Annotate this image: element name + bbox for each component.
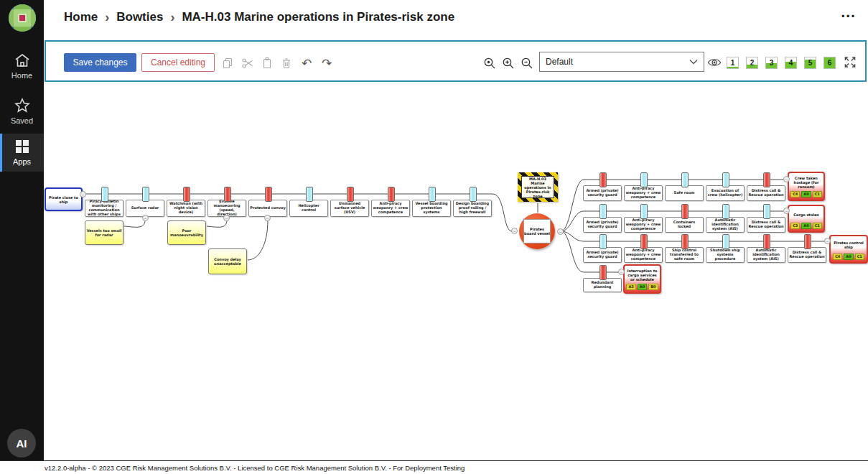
breadcrumb-home[interactable]: Home bbox=[64, 10, 98, 24]
barrier-box[interactable]: Automatic identification system (AIS) bbox=[747, 247, 785, 263]
barrier-box[interactable]: Armed (private) security guard bbox=[583, 217, 622, 233]
barrier-indicator[interactable] bbox=[640, 204, 648, 219]
barrier-box[interactable]: Containers locked bbox=[665, 217, 704, 233]
barrier-indicator[interactable] bbox=[681, 204, 689, 219]
undo-icon[interactable]: ↶ bbox=[299, 56, 314, 70]
app-logo[interactable] bbox=[0, 4, 44, 34]
level-5-button[interactable]: 5 bbox=[804, 57, 816, 69]
cancel-editing-button[interactable]: Cancel editing bbox=[141, 53, 215, 72]
barrier-indicator[interactable] bbox=[640, 172, 648, 187]
escalation-factor-box[interactable]: Convoy delay unacceptable bbox=[208, 248, 247, 274]
barrier-indicator[interactable] bbox=[142, 187, 149, 202]
barrier-box[interactable]: Armed (private) security guard bbox=[583, 247, 622, 263]
barrier-indicator[interactable] bbox=[722, 204, 729, 219]
save-changes-button[interactable]: Save changes bbox=[64, 53, 136, 72]
zoom-reset-icon[interactable] bbox=[482, 56, 497, 70]
barrier-box[interactable]: Armed (private) security guard bbox=[583, 185, 622, 201]
barrier-box[interactable]: Safe room bbox=[665, 185, 704, 201]
barrier-indicator[interactable] bbox=[470, 187, 477, 202]
level-3-button[interactable]: 3 bbox=[765, 57, 778, 69]
barrier-indicator[interactable] bbox=[347, 187, 354, 202]
barrier-box[interactable]: Design boarding proof railing / high fre… bbox=[453, 200, 492, 217]
barrier-box[interactable]: Distress call & Rescue operation bbox=[747, 217, 785, 233]
redo-icon[interactable]: ↷ bbox=[319, 56, 334, 70]
ai-avatar-button[interactable]: AI bbox=[7, 429, 36, 457]
consequence-box[interactable]: Interruption to cargo services or schedu… bbox=[623, 264, 661, 294]
barrier-indicator[interactable] bbox=[599, 265, 607, 280]
barrier-indicator[interactable] bbox=[183, 187, 190, 202]
hazard-label: MA-H.03 Marine operations in Pirates-ris… bbox=[521, 176, 554, 198]
barrier-box[interactable]: Distress call & Rescue operation bbox=[747, 185, 785, 201]
barrier-box[interactable]: Anti-piracy weaponry + crew competence bbox=[371, 200, 410, 217]
barrier-box[interactable]: Unmanned surface vehicle (USV) bbox=[330, 200, 369, 217]
barrier-indicator[interactable] bbox=[429, 187, 436, 202]
barrier-indicator[interactable] bbox=[599, 204, 607, 219]
copy-icon[interactable] bbox=[220, 56, 235, 70]
collapse-node[interactable]: − bbox=[618, 269, 625, 275]
barrier-indicator[interactable] bbox=[224, 187, 231, 202]
top-event-circle[interactable]: Pirates board vessel bbox=[519, 213, 555, 249]
cut-icon[interactable] bbox=[241, 56, 255, 70]
barrier-box[interactable]: Watchman (with night vision device) bbox=[167, 200, 205, 217]
barrier-indicator[interactable] bbox=[101, 187, 108, 202]
barrier-indicator[interactable] bbox=[681, 172, 689, 187]
collapse-node[interactable]: − bbox=[264, 215, 271, 221]
barrier-indicator[interactable] bbox=[722, 172, 729, 187]
collapse-node[interactable]: − bbox=[80, 191, 86, 198]
barrier-box[interactable]: Distress call & Rescue operation bbox=[788, 247, 826, 263]
barrier-box[interactable]: Piracy bulletin monitoring / communicati… bbox=[85, 200, 123, 217]
escalation-factor-box[interactable]: Poor manoeuvrability bbox=[167, 220, 206, 245]
breadcrumb-bowties[interactable]: Bowties bbox=[116, 10, 163, 24]
barrier-indicator[interactable] bbox=[763, 204, 770, 219]
consequence-box[interactable]: Crew taken hostage (for ransom) C4 A0 C1 bbox=[788, 172, 825, 201]
escalation-factor-box[interactable]: Vessels too small for radar bbox=[85, 220, 123, 245]
barrier-box[interactable]: Redundant planning bbox=[583, 278, 622, 292]
barrier-indicator[interactable] bbox=[681, 234, 689, 249]
more-options-button[interactable]: ⋯ bbox=[841, 7, 857, 24]
consequence-box[interactable]: Cargo stolen C3 A0 C1 bbox=[788, 205, 825, 233]
zoom-in-icon[interactable] bbox=[501, 56, 515, 70]
level-4-button[interactable]: 4 bbox=[785, 57, 797, 69]
level-1-button[interactable]: 1 bbox=[727, 57, 739, 69]
barrier-indicator[interactable] bbox=[722, 234, 729, 249]
barrier-indicator[interactable] bbox=[265, 187, 272, 202]
barrier-box[interactable]: Evacuation of crew (helicopter) bbox=[706, 185, 745, 201]
barrier-indicator[interactable] bbox=[804, 234, 811, 249]
collapse-node[interactable]: − bbox=[557, 228, 564, 235]
collapse-node[interactable]: − bbox=[783, 176, 790, 182]
barrier-box[interactable]: Automatic identification system (AIS) bbox=[706, 217, 745, 233]
barrier-indicator[interactable] bbox=[763, 234, 770, 249]
barrier-indicator[interactable] bbox=[388, 187, 395, 202]
paste-icon[interactable] bbox=[260, 56, 274, 70]
delete-icon[interactable] bbox=[279, 56, 294, 70]
threat-box[interactable]: Pirate close to ship bbox=[45, 187, 83, 211]
collapse-node[interactable]: − bbox=[511, 228, 518, 234]
collapse-node[interactable]: − bbox=[824, 238, 831, 244]
view-select[interactable]: Default bbox=[539, 52, 704, 72]
barrier-indicator[interactable] bbox=[763, 172, 770, 187]
barrier-box[interactable]: Anti-piracy weaponry + crew competence bbox=[624, 247, 663, 263]
collapse-node[interactable]: − bbox=[142, 215, 149, 221]
zoom-out-icon[interactable] bbox=[520, 56, 534, 70]
collapse-node[interactable]: − bbox=[223, 215, 230, 221]
level-6-button[interactable]: 6 bbox=[823, 57, 836, 69]
sidebar-item-saved[interactable]: Saved bbox=[0, 92, 44, 131]
fullscreen-icon[interactable] bbox=[843, 55, 857, 69]
barrier-box[interactable]: Ship control transferred to safe room bbox=[665, 247, 704, 263]
barrier-box[interactable]: Anti-piracy weaponry + crew competence bbox=[624, 217, 663, 233]
collapse-node[interactable]: − bbox=[783, 208, 790, 214]
sidebar-item-apps[interactable]: Apps bbox=[0, 134, 44, 172]
barrier-indicator[interactable] bbox=[599, 172, 607, 187]
barrier-box[interactable]: Vessel boarding protection systems bbox=[412, 200, 451, 217]
barrier-box[interactable]: Shutdown ship systems procedure bbox=[706, 247, 745, 263]
visibility-eye-icon[interactable] bbox=[707, 55, 722, 70]
barrier-indicator[interactable] bbox=[640, 234, 648, 249]
barrier-indicator[interactable] bbox=[306, 187, 313, 202]
level-2-button[interactable]: 2 bbox=[746, 57, 758, 69]
hazard-box[interactable]: MA-H.03 Marine operations in Pirates-ris… bbox=[518, 172, 558, 202]
consequence-box[interactable]: Pirates control ship C4 A0 C1 bbox=[829, 235, 868, 264]
barrier-indicator[interactable] bbox=[599, 234, 607, 249]
barrier-box[interactable]: Anti-piracy weaponry + crew competence bbox=[624, 185, 663, 201]
barrier-box[interactable]: Helicopter control bbox=[289, 200, 328, 217]
sidebar-item-home[interactable]: Home bbox=[0, 47, 44, 85]
